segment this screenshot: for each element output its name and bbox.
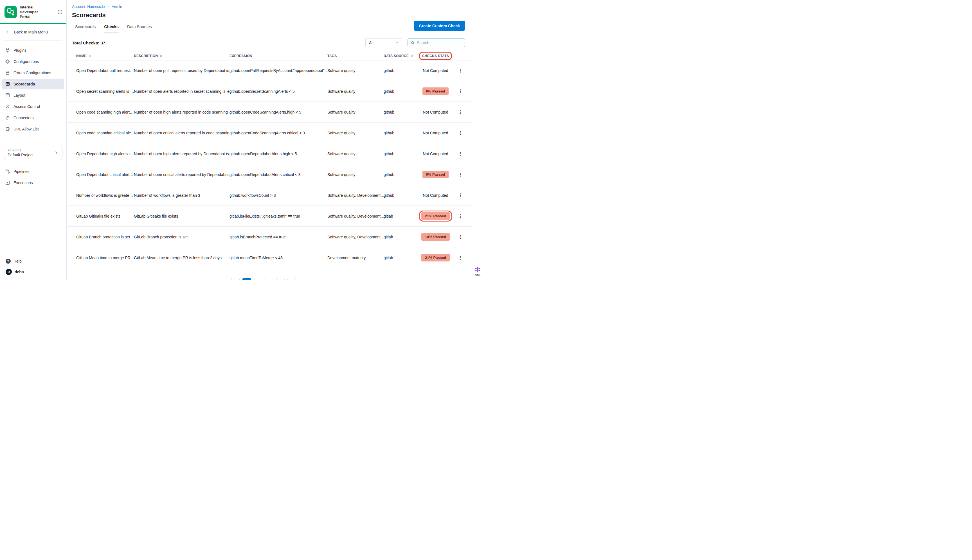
check-data-source: github <box>384 89 416 93</box>
search-icon <box>411 41 415 45</box>
sidebar: Internal Developer Portal Back to Main M… <box>0 0 67 280</box>
pagination-prev[interactable] <box>231 278 240 280</box>
table-row[interactable]: Number of workflows is greate… Number of… <box>67 185 472 206</box>
kebab-menu-icon[interactable] <box>457 213 464 220</box>
breadcrumb-admin-link[interactable]: Admin <box>112 5 122 9</box>
sort-icon[interactable] <box>88 54 92 58</box>
apps-grid-icon[interactable] <box>57 10 62 15</box>
executions-icon <box>5 180 10 185</box>
column-header-expression[interactable]: EXPRESSION <box>229 54 327 58</box>
pagination-page[interactable] <box>254 278 262 280</box>
search-input[interactable] <box>417 40 459 45</box>
sidebar-item-url-allow-list[interactable]: URL Allow List <box>2 124 64 134</box>
kebab-menu-icon[interactable] <box>457 254 464 262</box>
check-data-source: github <box>384 131 416 135</box>
sidebar-item-layout[interactable]: Layout <box>2 90 64 101</box>
sidebar-item-configurations[interactable]: Configurations <box>2 56 64 67</box>
column-header-name[interactable]: NAME <box>76 54 134 58</box>
check-data-source: gitlab <box>384 214 416 218</box>
table-row[interactable]: GitLab Gitleaks file exists GitLab Gitle… <box>67 206 472 227</box>
sidebar-item-scorecards[interactable]: Scorecards <box>2 79 64 89</box>
table-row[interactable]: Open code scanning high alert… Number of… <box>67 102 472 123</box>
check-expression: github.openCodeScanningAlerts.high < 5 <box>229 110 327 114</box>
column-header-tags[interactable]: TAGS <box>327 54 384 58</box>
table-row[interactable]: GitLab Mean time to merge PR … GitLab Me… <box>67 247 472 268</box>
column-header-data-source[interactable]: DATA SOURCE <box>384 54 416 58</box>
url-allow-list-icon <box>5 127 10 132</box>
check-expression: github.openDependabotAlerts.high < 5 <box>229 152 327 156</box>
kebab-menu-icon[interactable] <box>457 129 464 137</box>
project-selector[interactable]: PROJECT Default Project <box>4 146 62 160</box>
pagination-page-current[interactable] <box>242 278 251 280</box>
breadcrumb-account-link[interactable]: Account: Harness.io <box>72 5 105 9</box>
tab-bar: Scorecards Checks Data Sources Create Cu… <box>67 20 472 33</box>
kebab-menu-icon[interactable] <box>457 150 464 157</box>
kebab-menu-icon[interactable] <box>457 108 464 116</box>
aida-button[interactable]: ✻ AIDA <box>471 266 484 277</box>
check-description: GitLab Mean time to merge PR is less tha… <box>134 255 229 260</box>
check-stats-badge: 0% Passed <box>423 171 449 178</box>
back-arrow-icon <box>6 30 11 35</box>
pipelines-icon <box>5 169 10 174</box>
sidebar-item-connectors[interactable]: Connectors <box>2 112 64 123</box>
tab-data-sources[interactable]: Data Sources <box>127 20 152 33</box>
check-name: Open Dependabot critical alert… <box>76 172 134 177</box>
table-row[interactable]: GitLab Branch protection is set GitLab B… <box>67 227 472 247</box>
search-box[interactable] <box>408 38 465 47</box>
check-name: Number of workflows is greate… <box>76 193 134 198</box>
table-header-row: NAME DESCRIPTION EXPRESSION TAGS DATA SO… <box>67 52 472 60</box>
tab-scorecards[interactable]: Scorecards <box>75 20 96 33</box>
table-row[interactable]: Open code scanning critical ale… Number … <box>67 123 472 143</box>
sidebar-item-access-control[interactable]: Access Control <box>2 101 64 112</box>
sort-icon[interactable] <box>159 54 162 58</box>
check-tags: Software quality, Development… <box>327 193 384 198</box>
check-tags: Software quality <box>327 110 384 114</box>
check-data-source: github <box>384 172 416 177</box>
check-name: Open Dependabot high alerts i… <box>76 152 134 156</box>
create-custom-check-button[interactable]: Create Custom Check <box>414 21 465 31</box>
filter-dropdown[interactable]: All <box>365 38 402 47</box>
check-description: Number of open pull requests raised by D… <box>134 68 229 73</box>
table-row[interactable]: Open Dependabot critical alert… Number o… <box>67 164 472 185</box>
table-row[interactable]: Open secret scanning alerts is … Number … <box>67 81 472 102</box>
check-data-source: github <box>384 152 416 156</box>
admin-nav: Plugins Configurations OAuth Configurati… <box>0 45 66 134</box>
plugins-icon <box>5 48 10 53</box>
pagination-next[interactable] <box>299 278 307 280</box>
kebab-menu-icon[interactable] <box>457 233 464 241</box>
pagination-page[interactable] <box>265 278 273 280</box>
check-description: Number of open high alerts reported in c… <box>134 110 229 114</box>
kebab-menu-icon[interactable] <box>457 192 464 199</box>
table-row[interactable]: Open Dependabot high alerts i… Number of… <box>67 143 472 164</box>
scorecards-icon <box>5 82 10 87</box>
kebab-menu-icon[interactable] <box>457 88 464 95</box>
tab-checks[interactable]: Checks <box>104 20 119 33</box>
pagination[interactable] <box>231 278 307 280</box>
user-menu[interactable]: D deba <box>0 266 66 277</box>
check-name: Open Dependabot pull request… <box>76 68 134 73</box>
table-row[interactable]: Open Dependabot pull request… Number of … <box>67 60 472 81</box>
configurations-icon <box>5 59 10 64</box>
chevron-down-icon <box>395 41 399 45</box>
check-description: GitLab Gitleaks file exists <box>134 214 229 218</box>
sidebar-item-plugins[interactable]: Plugins <box>2 45 64 56</box>
column-header-description[interactable]: DESCRIPTION <box>134 54 229 58</box>
check-data-source: gitlab <box>384 235 416 239</box>
check-tags: Software quality <box>327 152 384 156</box>
check-tags: Software quality, Development… <box>327 235 384 239</box>
column-header-checks-stats[interactable]: CHECKS STATS <box>416 54 454 58</box>
sidebar-item-executions[interactable]: Executions <box>2 177 64 188</box>
back-to-main-menu[interactable]: Back to Main Menu <box>0 24 66 36</box>
sidebar-item-oauth-configurations[interactable]: OAuth Configurations <box>2 67 64 78</box>
pagination-page[interactable] <box>276 278 285 280</box>
sort-icon[interactable] <box>410 54 413 58</box>
check-name: GitLab Branch protection is set <box>76 235 134 239</box>
check-tags: Software quality <box>327 89 384 93</box>
kebab-menu-icon[interactable] <box>457 67 464 74</box>
sidebar-item-pipelines[interactable]: Pipelines <box>2 166 64 177</box>
kebab-menu-icon[interactable] <box>457 171 464 178</box>
pagination-page[interactable] <box>287 278 296 280</box>
check-description: GitLab Branch protection is set <box>134 235 229 239</box>
help-button[interactable]: ? Help <box>0 257 66 266</box>
check-stats-badge: Not Computed <box>423 152 448 156</box>
